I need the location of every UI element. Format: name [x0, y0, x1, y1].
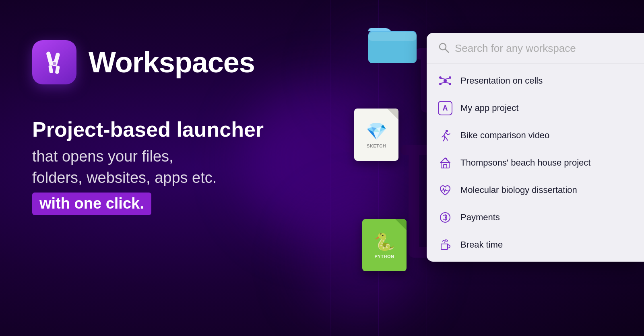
- search-bar[interactable]: Search for any workspace: [427, 33, 644, 64]
- python-file-icon: 🐍 PYTHON: [362, 219, 407, 271]
- coffee-icon: [438, 238, 452, 252]
- tagline-main: Project-based launcher: [32, 117, 314, 143]
- runner-icon: [438, 128, 452, 143]
- left-content: Workspaces Project-based launcher that o…: [32, 40, 314, 215]
- workspace-item[interactable]: Bike comparison video: [427, 122, 644, 149]
- connector-v2: [409, 145, 419, 257]
- svg-rect-22: [444, 164, 447, 168]
- folder-svg: [366, 21, 419, 65]
- workspace-item[interactable]: A My app project: [427, 94, 644, 122]
- tagline-sub2: folders, websites, apps etc.: [32, 167, 314, 188]
- sketch-emoji: 💎: [366, 121, 387, 141]
- workspace-label: Bike comparison video: [460, 130, 549, 141]
- workspace-label: Thompsons' beach house project: [460, 158, 590, 168]
- svg-rect-4: [55, 66, 60, 74]
- svg-line-16: [441, 78, 445, 79]
- svg-point-5: [53, 62, 56, 65]
- workspace-item[interactable]: Payments: [427, 204, 644, 231]
- folder-icon: [366, 21, 419, 67]
- letter-a-icon: A: [438, 101, 452, 115]
- app-header: Workspaces: [32, 40, 314, 84]
- svg-rect-3: [48, 65, 53, 73]
- app-title: Workspaces: [89, 46, 255, 79]
- svg-rect-21: [441, 162, 449, 168]
- workspace-item[interactable]: Thompsons' beach house project: [427, 149, 644, 176]
- workspace-label: Payments: [460, 212, 500, 223]
- workspace-label: Presentation on cells: [460, 76, 543, 86]
- sketch-file-icon: 💎 SKETCH: [354, 109, 398, 161]
- search-placeholder[interactable]: Search for any workspace: [455, 42, 576, 55]
- workspace-item[interactable]: Break time: [427, 231, 644, 258]
- svg-line-17: [445, 78, 449, 79]
- svg-line-18: [441, 82, 445, 83]
- workspace-label: My app project: [460, 103, 518, 113]
- app-icon-svg: [40, 48, 68, 76]
- sketch-label: SKETCH: [367, 143, 386, 148]
- svg-point-9: [440, 43, 446, 50]
- search-panel: Search for any workspace Presentation on…: [427, 33, 644, 262]
- search-icon: [438, 42, 449, 55]
- svg-point-11: [444, 79, 447, 82]
- app-icon: [32, 40, 76, 84]
- tagline-sub1: that opens your files,: [32, 146, 314, 167]
- svg-line-19: [445, 82, 449, 83]
- workspace-item[interactable]: Presentation on cells: [427, 67, 644, 94]
- workspace-label: Break time: [460, 240, 503, 250]
- svg-point-20: [446, 130, 448, 132]
- house-icon: [438, 156, 452, 170]
- tagline: Project-based launcher that opens your f…: [32, 117, 314, 215]
- tagline-highlight: with one click.: [32, 193, 151, 215]
- dollar-icon: [438, 210, 452, 225]
- python-emoji: 🐍: [374, 232, 395, 252]
- network-icon: [438, 74, 452, 88]
- svg-line-10: [446, 49, 449, 53]
- python-label: PYTHON: [375, 254, 394, 259]
- workspace-list: Presentation on cells A My app project B…: [427, 64, 644, 262]
- heart-pulse-icon: [438, 183, 452, 197]
- workspace-label: Molecular biology dissertation: [460, 185, 577, 195]
- workspace-item[interactable]: Molecular biology dissertation: [427, 176, 644, 204]
- svg-rect-8: [368, 32, 417, 41]
